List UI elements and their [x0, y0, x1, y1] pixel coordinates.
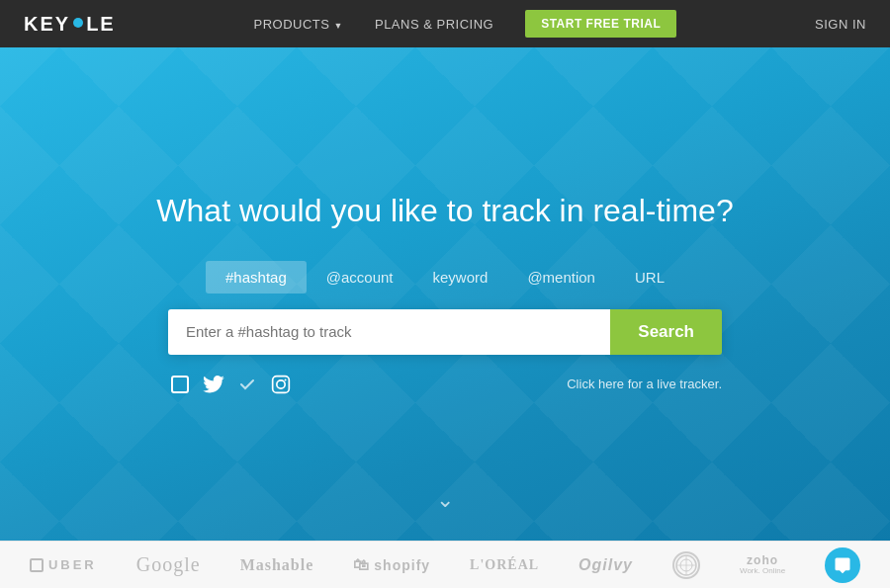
shopify-bag-icon: 🛍 [353, 556, 370, 574]
hero-content: What would you like to track in real-tim… [0, 193, 890, 396]
svg-rect-0 [172, 377, 188, 392]
logo-text-le: LE [86, 13, 116, 36]
search-bar: Search [168, 309, 722, 355]
search-button[interactable]: Search [610, 309, 722, 355]
svg-rect-1 [273, 376, 290, 392]
nav-center: PRODUCTS ▼ PLANS & PRICING START FREE TR… [253, 10, 676, 38]
products-menu[interactable]: PRODUCTS ▼ [253, 17, 342, 32]
logo-loreal: L'ORÉAL [470, 557, 539, 573]
tab-account[interactable]: @account [307, 261, 413, 294]
social-icons [168, 373, 293, 396]
logo-circle [73, 18, 83, 28]
search-tabs: #hashtag @account keyword @mention URL [206, 261, 684, 294]
social-row: Click here for a live tracker. [168, 373, 722, 396]
instagram-icon[interactable] [269, 373, 293, 396]
signin-link[interactable]: SIGN IN [815, 17, 866, 32]
logo-text-key: KEY [24, 13, 70, 36]
uber-text: UBER [48, 557, 97, 572]
logos-bar: UBER Google Mashable 🛍 shopify L'ORÉAL O… [0, 541, 890, 588]
tab-url[interactable]: URL [615, 261, 684, 294]
tab-keyword[interactable]: keyword [413, 261, 508, 294]
vine-icon[interactable] [168, 373, 192, 396]
search-input[interactable] [168, 309, 610, 355]
hero-section: What would you like to track in real-tim… [0, 47, 890, 541]
logo-google: Google [136, 553, 201, 576]
logo-uber: UBER [30, 557, 97, 572]
logo-ogilvy: Ogilvy [578, 556, 633, 574]
plans-pricing-link[interactable]: PLANS & PRICING [375, 17, 493, 32]
logo-mashable: Mashable [240, 556, 314, 574]
tab-hashtag[interactable]: #hashtag [206, 261, 307, 294]
svg-point-3 [285, 378, 287, 380]
shopify-text: shopify [374, 557, 430, 573]
logo-seal [672, 551, 700, 579]
checkmark-icon[interactable] [235, 373, 259, 396]
svg-point-2 [277, 379, 285, 387]
logo-shopify: 🛍 shopify [353, 556, 430, 574]
chat-button[interactable] [825, 547, 860, 583]
twitter-icon[interactable] [202, 373, 225, 396]
logo[interactable]: KEYLE [24, 13, 116, 36]
navbar: KEYLE PRODUCTS ▼ PLANS & PRICING START F… [0, 0, 890, 47]
logo-zoho: zoho Work. Online [740, 554, 785, 576]
start-trial-button[interactable]: START FREE TRIAL [525, 10, 676, 38]
hero-title: What would you like to track in real-tim… [156, 193, 733, 229]
live-tracker-link[interactable]: Click here for a live tracker. [567, 377, 722, 391]
tab-mention[interactable]: @mention [507, 261, 615, 294]
uber-square-icon [30, 558, 44, 572]
scroll-down-chevron[interactable]: ⌄ [436, 487, 454, 513]
